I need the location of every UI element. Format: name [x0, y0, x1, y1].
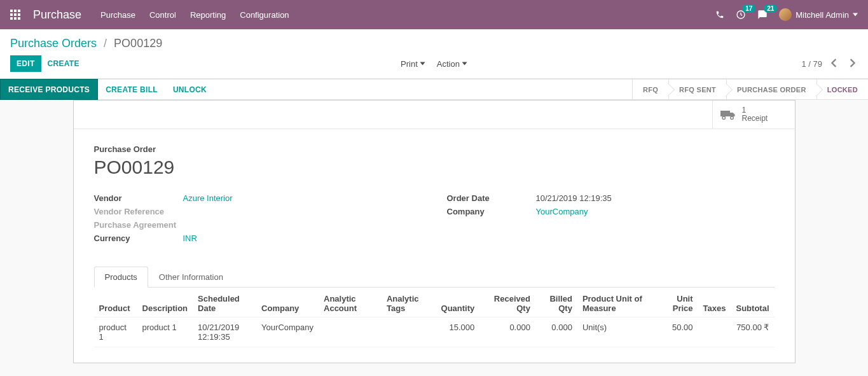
form-scroll-area[interactable]: 1 Receipt Purchase Order PO00129 VendorA…: [0, 100, 868, 370]
cell-billed_qty: 0.000: [535, 317, 577, 347]
th-subtotal[interactable]: Subtotal: [731, 288, 774, 317]
action-dropdown[interactable]: Action: [437, 59, 467, 69]
svg-rect-8: [18, 17, 20, 20]
th-company[interactable]: Company: [256, 288, 319, 317]
svg-rect-1: [14, 10, 17, 12]
user-name: Mitchell Admin: [796, 10, 849, 20]
caret-down-icon: [420, 61, 425, 66]
field-row: CompanyYourCompany: [447, 207, 775, 216]
cell-uom: Unit(s): [577, 317, 657, 347]
field-label: Company: [447, 207, 536, 216]
th-quantity[interactable]: Quantity: [436, 288, 480, 317]
table-row[interactable]: product 1product 110/21/2019 12:19:35You…: [94, 317, 775, 347]
cell-analytic_account: [319, 317, 382, 347]
receipt-label: Receipt: [742, 115, 768, 123]
field-label: Vendor Reference: [94, 207, 183, 216]
messages-icon[interactable]: 21: [757, 10, 768, 20]
pager-text: 1 / 79: [801, 59, 822, 69]
create-button[interactable]: CREATE: [41, 55, 86, 72]
th-analytic-tags[interactable]: Analytic Tags: [382, 288, 436, 317]
field-value[interactable]: YourCompany: [536, 207, 588, 216]
field-value[interactable]: INR: [183, 233, 197, 243]
cell-received_qty: 0.000: [479, 317, 535, 347]
svg-rect-10: [720, 111, 730, 116]
svg-point-12: [730, 116, 733, 120]
pager-next[interactable]: [846, 56, 858, 72]
field-label: Order Date: [447, 193, 536, 203]
svg-rect-0: [10, 10, 13, 12]
tab-other-information[interactable]: Other Information: [148, 267, 234, 288]
apps-icon[interactable]: [10, 10, 20, 20]
main-menu: Purchase Control Reporting Configuration: [100, 10, 289, 20]
status-step-rfq-sent[interactable]: RFQ SENT: [668, 80, 726, 99]
breadcrumb-parent[interactable]: Purchase Orders: [10, 37, 97, 50]
cell-description: product 1: [137, 317, 193, 347]
receipt-stat-button[interactable]: 1 Receipt: [712, 101, 795, 129]
create-bill-button[interactable]: CREATE BILL: [98, 79, 165, 100]
th-product[interactable]: Product: [94, 288, 137, 317]
svg-rect-4: [14, 13, 17, 16]
unlock-button[interactable]: UNLOCK: [165, 79, 214, 100]
pager: 1 / 79: [801, 56, 858, 72]
truck-icon: [720, 109, 736, 120]
breadcrumb: Purchase Orders / PO00129: [10, 37, 162, 50]
cell-quantity: 15.000: [436, 317, 480, 347]
field-row: Purchase Agreement: [94, 220, 422, 230]
notebook-tabs: Products Other Information: [94, 266, 775, 288]
receive-products-button[interactable]: RECEIVE PRODUCTS: [0, 79, 98, 100]
breadcrumb-current: PO00129: [114, 37, 162, 50]
menu-configuration[interactable]: Configuration: [240, 10, 289, 20]
order-lines-table: Product Description Scheduled Date Compa…: [94, 288, 775, 347]
app-name[interactable]: Purchase: [33, 8, 81, 22]
th-taxes[interactable]: Taxes: [698, 288, 731, 317]
th-unit-price[interactable]: Unit Price: [657, 288, 698, 317]
cell-unit_price: 50.00: [657, 317, 698, 347]
field-row: VendorAzure Interior: [94, 193, 422, 203]
th-description[interactable]: Description: [137, 288, 193, 317]
th-received-qty[interactable]: Received Qty: [479, 288, 535, 317]
caret-down-icon: [462, 61, 467, 66]
print-label: Print: [401, 59, 418, 69]
print-dropdown[interactable]: Print: [401, 59, 425, 69]
messages-badge: 21: [764, 4, 777, 13]
field-row: Vendor Reference: [94, 207, 422, 216]
status-step-locked[interactable]: LOCKED: [816, 80, 868, 99]
phone-icon[interactable]: [715, 10, 724, 19]
field-row: CurrencyINR: [94, 233, 422, 243]
pager-prev[interactable]: [829, 56, 840, 72]
field-label: Purchase Agreement: [94, 220, 183, 230]
field-label: Currency: [94, 233, 183, 243]
field-label: Vendor: [94, 193, 183, 203]
record-name: PO00129: [94, 157, 775, 178]
control-panel: Purchase Orders / PO00129 EDIT CREATE Pr…: [0, 29, 868, 79]
field-row: Order Date10/21/2019 12:19:35: [447, 193, 775, 203]
cell-subtotal: 750.00 ₹: [731, 317, 774, 347]
field-value[interactable]: Azure Interior: [183, 193, 233, 203]
top-navbar: Purchase Purchase Control Reporting Conf…: [0, 0, 868, 29]
field-value: 10/21/2019 12:19:35: [536, 193, 612, 203]
svg-rect-2: [18, 10, 20, 12]
status-step-purchase-order[interactable]: PURCHASE ORDER: [726, 80, 816, 99]
caret-down-icon: [853, 12, 858, 17]
activity-badge: 17: [742, 4, 755, 13]
cell-analytic_tags: [382, 317, 436, 347]
activity-icon[interactable]: 17: [736, 10, 746, 20]
tab-products[interactable]: Products: [94, 267, 148, 288]
th-scheduled-date[interactable]: Scheduled Date: [193, 288, 256, 317]
edit-button[interactable]: EDIT: [10, 55, 41, 72]
action-label: Action: [437, 59, 460, 69]
menu-control[interactable]: Control: [149, 10, 176, 20]
user-menu[interactable]: Mitchell Admin: [779, 8, 858, 21]
svg-rect-5: [18, 13, 20, 16]
menu-reporting[interactable]: Reporting: [190, 10, 226, 20]
cell-company: YourCompany: [256, 317, 319, 347]
cell-scheduled_date: 10/21/2019 12:19:35: [193, 317, 256, 347]
statusbar: RECEIVE PRODUCTS CREATE BILL UNLOCK RFQR…: [0, 79, 868, 100]
th-analytic-account[interactable]: Analytic Account: [319, 288, 382, 317]
svg-rect-7: [14, 17, 17, 20]
th-uom[interactable]: Product Unit of Measure: [577, 288, 657, 317]
menu-purchase[interactable]: Purchase: [100, 10, 135, 20]
status-step-rfq[interactable]: RFQ: [632, 80, 668, 99]
breadcrumb-separator: /: [104, 37, 107, 50]
th-billed-qty[interactable]: Billed Qty: [535, 288, 577, 317]
